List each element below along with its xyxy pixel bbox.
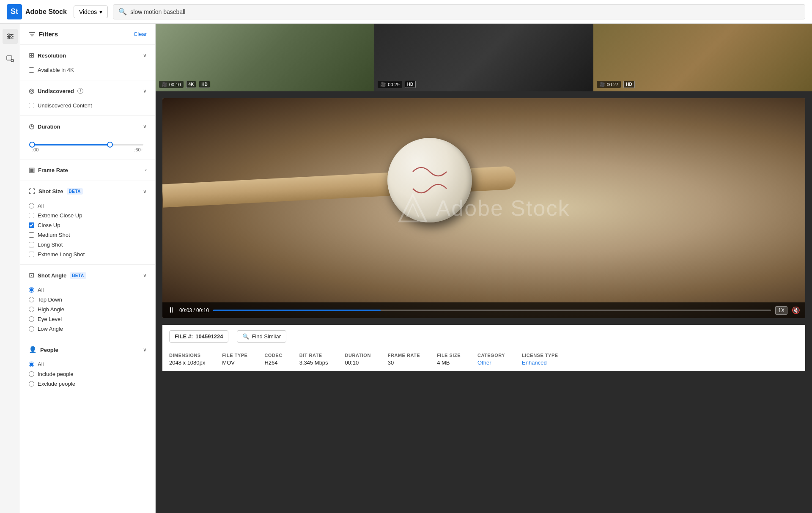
crop-icon: ⛶ [29,188,35,195]
people-exclude-radio[interactable] [29,381,34,387]
thumbnail-1[interactable]: 🎥 00:10 4K HD [156,24,374,91]
undiscovered-header[interactable]: ◎ Undiscovered i ∨ [29,85,147,96]
thumb-2-hd-badge: HD [405,81,416,88]
long-shot-option[interactable]: Long Shot [29,240,147,250]
frame-rate-title: ▣ Frame Rate [29,166,68,174]
extreme-long-shot-checkbox[interactable] [29,252,34,257]
close-up-option[interactable]: Close Up [29,220,147,230]
filter-icon-btn[interactable] [3,29,18,44]
shot-angle-low-angle-radio[interactable] [29,326,34,332]
extreme-close-up-checkbox[interactable] [29,213,34,218]
svg-rect-11 [31,36,33,36]
chevron-down-icon: ∨ [143,88,147,94]
svg-marker-12 [399,195,426,222]
film-icon: ▣ [29,166,35,174]
people-all-option[interactable]: All [29,359,147,369]
find-similar-label: Find Similar [252,333,281,340]
undiscovered-section: ◎ Undiscovered i ∨ Undiscovered Content [20,80,155,116]
video-frame[interactable]: Adobe Stock [162,98,805,318]
thumb-3-time: 00:27 [607,82,619,87]
meta-col-license-type: LICENSE TYPE Enhanced [522,353,558,366]
people-include-option[interactable]: Include people [29,369,147,379]
long-shot-checkbox[interactable] [29,242,34,247]
duration-title: ◷ Duration [29,123,60,130]
speed-button[interactable]: 1X [775,306,787,315]
file-number-button[interactable]: FILE #: 104591224 [169,330,228,343]
people-title: 👤 People [29,346,58,354]
extreme-long-shot-option[interactable]: Extreme Long Shot [29,250,147,259]
thumb-2-video-icon: 🎥 00:29 [378,81,402,88]
available-4k-option[interactable]: Available in 4K [29,65,147,75]
content-type-dropdown[interactable]: Videos ▾ [74,5,108,18]
category-value[interactable]: Other [477,359,505,366]
shot-angle-high-angle-radio[interactable] [29,307,34,312]
image-search-icon [6,54,14,63]
metadata-table: DIMENSIONS 2048 x 1080px FILE TYPE MOV C… [162,348,805,371]
shot-size-all-option[interactable]: All [29,201,147,211]
shot-angle-all-radio[interactable] [29,287,34,293]
frame-rate-header[interactable]: ▣ Frame Rate ‹ [29,165,147,176]
thumbnail-3[interactable]: 🎥 00:27 HD [593,24,812,91]
shot-angle-all-option[interactable]: All [29,285,147,295]
compass-icon: ◎ [29,87,34,95]
undiscovered-content-checkbox[interactable] [29,103,34,108]
duration-slider-right-thumb[interactable] [107,142,113,148]
search-bar[interactable]: 🔍 [113,4,805,19]
duration-slider-left-thumb[interactable] [29,142,35,148]
svg-point-4 [11,36,12,37]
mute-button[interactable]: 🔇 [792,306,800,314]
visual-search-icon-btn[interactable] [3,51,18,66]
available-4k-checkbox[interactable] [29,67,34,73]
shot-size-all-radio[interactable] [29,203,34,208]
shot-size-content: All Extreme Close Up Close Up Medium Sho… [29,197,147,259]
icon-sidebar [0,24,20,513]
people-exclude-option[interactable]: Exclude people [29,379,147,389]
resolution-section: ⊞ Resolution ∨ Available in 4K [20,45,155,80]
logo-initials: St [11,7,18,16]
people-include-radio[interactable] [29,371,34,377]
clear-button[interactable]: Clear [134,31,147,37]
thumb-3-hd-badge: HD [623,81,634,88]
duration-header[interactable]: ◷ Duration ∨ [29,121,147,132]
shot-size-header[interactable]: ⛶ Shot Size BETA ∨ [29,186,147,197]
shot-angle-eye-level-option[interactable]: Eye Level [29,314,147,324]
resolution-content: Available in 4K [29,61,147,75]
shot-angle-header[interactable]: ⊡ Shot Angle BETA ∨ [29,270,147,281]
extreme-close-up-option[interactable]: Extreme Close Up [29,211,147,220]
file-number-label: FILE #: [175,333,193,340]
svg-point-5 [8,37,10,39]
thumbnail-2[interactable]: 🎥 00:29 HD [374,24,593,91]
video-camera-icon: 🎥 [380,82,386,87]
thumb-2-time: 00:29 [388,82,400,87]
medium-shot-checkbox[interactable] [29,232,34,238]
progress-fill [213,310,381,311]
duration-value: 00:10 [345,359,371,366]
thumb-3-overlay: 🎥 00:27 HD [597,81,635,88]
shot-angle-top-down-radio[interactable] [29,297,34,302]
search-input[interactable] [130,8,800,15]
duration-label: DURATION [345,353,371,358]
medium-shot-option[interactable]: Medium Shot [29,230,147,240]
people-header[interactable]: 👤 People ∨ [29,344,147,355]
info-icon[interactable]: i [77,88,83,94]
adobe-watermark-logo [398,193,428,223]
progress-bar[interactable] [213,310,771,311]
resolution-header[interactable]: ⊞ Resolution ∨ [29,50,147,61]
pause-button[interactable]: ⏸ [167,306,175,315]
logo-area: St Adobe Stock [7,4,67,19]
close-up-checkbox[interactable] [29,222,34,228]
meta-col-category: CATEGORY Other [477,353,505,366]
shot-angle-low-angle-option[interactable]: Low Angle [29,324,147,334]
undiscovered-content-option[interactable]: Undiscovered Content [29,101,147,110]
shot-size-title: ⛶ Shot Size BETA [29,188,83,195]
duration-slider-track[interactable] [32,144,143,145]
frame-rate-label: FRAME RATE [388,353,420,358]
svg-rect-6 [7,56,12,60]
shot-angle-top-down-option[interactable]: Top Down [29,295,147,305]
find-similar-button[interactable]: 🔍 Find Similar [237,330,286,343]
shot-angle-eye-level-radio[interactable] [29,316,34,322]
thumb-1-time: 00:10 [169,82,181,87]
license-type-value[interactable]: Enhanced [522,359,558,366]
shot-angle-high-angle-option[interactable]: High Angle [29,305,147,314]
people-all-radio[interactable] [29,362,34,367]
